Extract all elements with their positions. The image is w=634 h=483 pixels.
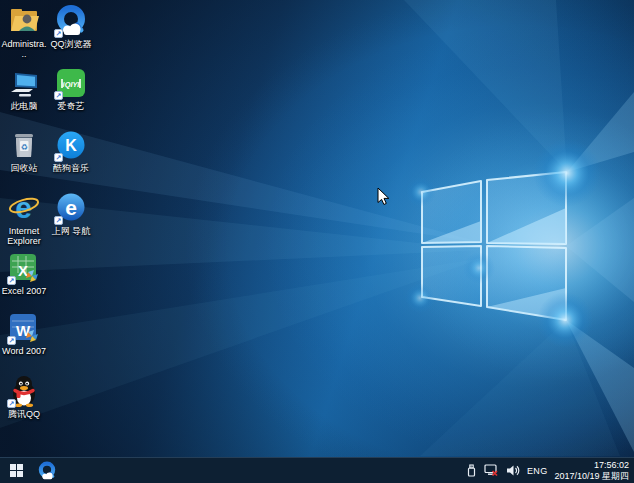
shortcut-arrow-icon: ↗ <box>54 29 63 38</box>
shortcut-arrow-icon: ↗ <box>54 216 63 225</box>
desktop-icon-label: QQ浏览器 <box>50 39 91 49</box>
desktop-icon-excel-2007[interactable]: X ↗ Excel 2007 <box>1 251 47 296</box>
svg-text:♻: ♻ <box>21 143 28 152</box>
desktop-icon-label: Word 2007 <box>2 346 46 356</box>
taskbar-qq-browser-button[interactable] <box>32 458 62 483</box>
desktop-icon-iqiyi[interactable]: iQIYI ↗ 爱奇艺 <box>48 66 94 111</box>
desktop-icon-label: Internet Explorer <box>1 226 47 246</box>
taskbar-clock[interactable]: 17:56:02 2017/10/19 星期四 <box>554 460 629 481</box>
desktop-icon-web-navigation[interactable]: e ↗ 上网 导航 <box>48 191 94 236</box>
usb-device-icon[interactable] <box>466 464 477 478</box>
svg-text:e: e <box>65 196 77 219</box>
shortcut-arrow-icon: ↗ <box>54 153 63 162</box>
desktop-icon-label: 上网 导航 <box>52 226 91 236</box>
shortcut-arrow-icon: ↗ <box>7 336 16 345</box>
windows-logo-icon <box>10 464 23 477</box>
language-indicator[interactable]: ENG <box>527 466 547 476</box>
recycle-bin-icon: ♻ <box>7 128 41 162</box>
user-folder-icon <box>7 4 41 38</box>
svg-text:K: K <box>65 137 77 154</box>
desktop-icon-this-pc[interactable]: 此电脑 <box>1 66 47 111</box>
network-disconnected-icon[interactable] <box>484 464 499 477</box>
computer-icon <box>7 66 41 100</box>
desktop-icon-label: Administra... <box>1 39 47 59</box>
desktop-icon-word-2007[interactable]: W ↗ Word 2007 <box>1 311 47 356</box>
taskbar: ENG 17:56:02 2017/10/19 星期四 <box>0 457 634 483</box>
svg-text:X: X <box>18 262 28 279</box>
svg-text:iQIYI: iQIYI <box>63 80 81 89</box>
desktop-icon-recycle-bin[interactable]: ♻ 回收站 <box>1 128 47 173</box>
volume-icon[interactable] <box>506 464 520 477</box>
desktop-icon-administrator[interactable]: Administra... <box>1 4 47 59</box>
kugou-music-icon: K ↗ <box>54 128 88 162</box>
system-tray: ENG 17:56:02 2017/10/19 星期四 <box>466 458 634 483</box>
iqiyi-icon: iQIYI ↗ <box>54 66 88 100</box>
qq-penguin-icon: ↗ <box>7 374 41 408</box>
qq-browser-icon: ↗ <box>54 4 88 38</box>
desktop-icon-label: Excel 2007 <box>2 286 47 296</box>
start-button[interactable] <box>0 458 32 483</box>
windows-hero-logo <box>0 0 634 483</box>
shortcut-arrow-icon: ↗ <box>54 91 63 100</box>
clock-date: 2017/10/19 星期四 <box>554 471 629 481</box>
qq-browser-icon <box>37 461 57 481</box>
internet-explorer-icon: e <box>7 191 41 225</box>
clock-time: 17:56:02 <box>594 460 629 470</box>
word-icon: W ↗ <box>7 311 41 345</box>
desktop-icon-qq-browser[interactable]: ↗ QQ浏览器 <box>48 4 94 49</box>
desktop-icon-kugou-music[interactable]: K ↗ 酷狗音乐 <box>48 128 94 173</box>
desktop-icon-label: 爱奇艺 <box>58 101 85 111</box>
web-navigation-icon: e ↗ <box>54 191 88 225</box>
shortcut-arrow-icon: ↗ <box>7 276 16 285</box>
desktop-icon-internet-explorer[interactable]: e Internet Explorer <box>1 191 47 246</box>
desktop-icon-label: 腾讯QQ <box>8 409 40 419</box>
windows-desktop: Administra... ↗ QQ浏览器 <box>0 0 634 483</box>
desktop-icon-tencent-qq[interactable]: ↗ 腾讯QQ <box>1 374 47 419</box>
excel-icon: X ↗ <box>7 251 41 285</box>
svg-text:e: e <box>15 191 32 224</box>
desktop-icon-label: 此电脑 <box>11 101 38 111</box>
desktop-icon-label: 回收站 <box>11 163 38 173</box>
shortcut-arrow-icon: ↗ <box>7 399 16 408</box>
desktop-icon-label: 酷狗音乐 <box>53 163 89 173</box>
